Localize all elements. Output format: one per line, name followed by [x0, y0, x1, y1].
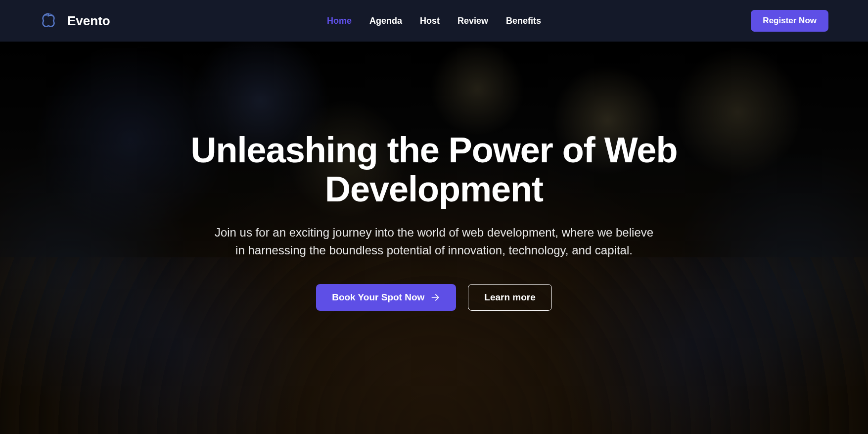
- book-spot-button[interactable]: Book Your Spot Now: [316, 284, 456, 311]
- brand-logo-icon: [40, 12, 57, 30]
- register-button[interactable]: Register Now: [751, 10, 828, 32]
- hero-subtitle: Join us for an exciting journey into the…: [212, 224, 657, 259]
- arrow-right-icon: [430, 292, 440, 302]
- hero-title: Unleashing the Power of Web Development: [108, 131, 761, 209]
- site-header: Evento Home Agenda Host Review Benefits …: [0, 0, 868, 42]
- hero-buttons: Book Your Spot Now Learn more: [108, 284, 761, 311]
- book-spot-label: Book Your Spot Now: [332, 292, 424, 303]
- hero-section: Unleashing the Power of Web Development …: [0, 42, 868, 434]
- nav-agenda[interactable]: Agenda: [369, 16, 402, 26]
- hero-content: Unleashing the Power of Web Development …: [88, 131, 780, 311]
- brand-name: Evento: [67, 13, 110, 29]
- nav-benefits[interactable]: Benefits: [506, 16, 541, 26]
- nav-home[interactable]: Home: [327, 16, 352, 26]
- learn-more-button[interactable]: Learn more: [468, 284, 551, 311]
- main-nav: Home Agenda Host Review Benefits: [327, 16, 541, 26]
- nav-host[interactable]: Host: [420, 16, 440, 26]
- logo-section: Evento: [40, 12, 110, 30]
- nav-review[interactable]: Review: [457, 16, 488, 26]
